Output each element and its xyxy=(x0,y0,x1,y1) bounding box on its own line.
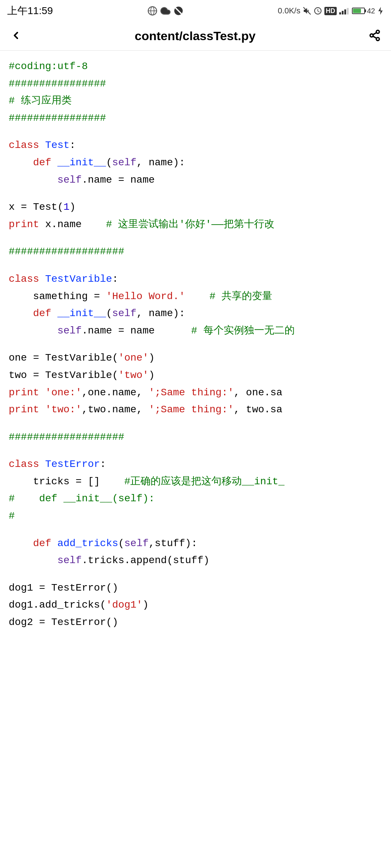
line-26 xyxy=(9,446,382,456)
line-23: print 'two:',two.name, ';Same thing:', t… xyxy=(9,401,382,418)
line-16: samething = 'Hello Word.' # 共享的变量 xyxy=(9,288,382,305)
share-button[interactable] xyxy=(366,26,384,46)
line-29: # def __init__(self): xyxy=(9,490,382,507)
battery-level: 42 xyxy=(367,7,375,15)
line-27: class TestError: xyxy=(9,456,382,473)
page-title: content/classTest.py xyxy=(25,29,366,43)
line-30: # xyxy=(9,507,382,525)
hd-badge: HD xyxy=(324,7,337,15)
svg-marker-10 xyxy=(378,7,383,15)
line-10: x = Test(1) xyxy=(9,199,382,216)
line-15: class TestVarible: xyxy=(9,271,382,288)
line-24 xyxy=(9,418,382,429)
line-31 xyxy=(9,525,382,535)
line-9 xyxy=(9,188,382,199)
line-33: self.tricks.append(stuff) xyxy=(9,552,382,569)
status-icons xyxy=(147,6,184,16)
line-20: one = TestVarible('one') xyxy=(9,349,382,367)
battery-fill xyxy=(353,9,361,13)
line-25: ################### xyxy=(9,429,382,446)
line-6: class Test: xyxy=(9,137,382,154)
globe-icon xyxy=(147,6,157,16)
line-37: dog2 = TestError() xyxy=(9,614,382,631)
line-3: # 练习应用类 xyxy=(9,92,382,110)
line-2: ################ xyxy=(9,75,382,93)
line-1: #coding:utf-8 xyxy=(9,58,382,75)
line-19 xyxy=(9,339,382,349)
line-32: def add_tricks(self,stuff): xyxy=(9,535,382,552)
back-button[interactable] xyxy=(7,27,25,46)
status-right: 0.0K/s HD 42 xyxy=(278,6,384,16)
line-8: self.name = name xyxy=(9,171,382,189)
charging-icon xyxy=(377,7,384,15)
status-bar: 上午11:59 0.0K/s HD 42 xyxy=(0,0,391,22)
battery-box xyxy=(352,8,365,14)
battery-container: 42 xyxy=(352,7,375,15)
line-21: two = TestVarible('two') xyxy=(9,367,382,384)
svg-line-14 xyxy=(373,36,377,38)
line-14 xyxy=(9,260,382,271)
alarm-icon xyxy=(314,7,322,15)
network-speed: 0.0K/s xyxy=(278,6,300,16)
code-content: #coding:utf-8 ################ # 练习应用类 #… xyxy=(0,51,391,638)
line-22: print 'one:',one.name, ';Same thing:', o… xyxy=(9,384,382,401)
svg-rect-9 xyxy=(347,8,349,14)
line-4: ################ xyxy=(9,110,382,127)
svg-rect-7 xyxy=(342,11,344,14)
line-7: def __init__(self, name): xyxy=(9,154,382,171)
svg-rect-8 xyxy=(344,9,346,14)
block-icon xyxy=(173,6,184,16)
line-34 xyxy=(9,569,382,579)
line-35: dog1 = TestError() xyxy=(9,579,382,597)
line-13: ################### xyxy=(9,243,382,260)
status-time: 上午11:59 xyxy=(7,4,53,18)
silent-icon xyxy=(303,7,311,15)
code-block[interactable]: #coding:utf-8 ################ # 练习应用类 #… xyxy=(9,58,382,631)
line-18: self.name = name # 每个实例独一无二的 xyxy=(9,322,382,340)
line-28: tricks = [] #正确的应该是把这句移动__init_ xyxy=(9,473,382,490)
svg-rect-6 xyxy=(339,12,341,14)
line-11: print x.name # 这里尝试输出'你好'——把第十行改 xyxy=(9,216,382,233)
line-17: def __init__(self, name): xyxy=(9,305,382,322)
top-nav: content/classTest.py xyxy=(0,22,391,51)
cloud-icon xyxy=(160,6,171,16)
line-36: dog1.add_tricks('dog1') xyxy=(9,596,382,614)
svg-line-15 xyxy=(373,33,377,35)
line-12 xyxy=(9,233,382,243)
line-5 xyxy=(9,127,382,137)
signal-icon xyxy=(339,7,350,15)
